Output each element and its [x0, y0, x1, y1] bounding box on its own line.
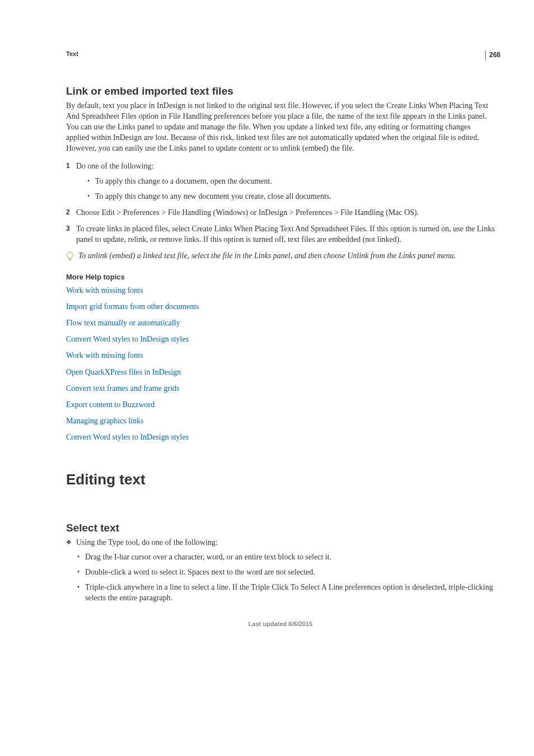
heading-select-text: Select text	[66, 522, 495, 534]
help-link[interactable]: Convert Word styles to InDesign styles	[66, 432, 495, 442]
page-number: 268	[485, 50, 500, 60]
breadcrumb: Text	[66, 50, 495, 57]
intro-paragraph: By default, text you place in InDesign i…	[66, 101, 495, 153]
list-item: Triple-click anywhere in a line to selec…	[66, 582, 495, 604]
help-link[interactable]: Work with missing fonts	[66, 286, 495, 296]
footer-updated: Last updated 6/6/2015	[66, 620, 495, 627]
step-3: 3 To create links in placed files, selec…	[66, 224, 495, 245]
step-2: 2 Choose Edit > Preferences > File Handl…	[66, 208, 495, 218]
tip-text: To unlink (embed) a linked text file, se…	[78, 251, 456, 260]
steps-list: 1 Do one of the following: To apply this…	[66, 161, 495, 245]
help-link[interactable]: Export content to Buzzword	[66, 400, 495, 410]
list-item: To apply this change to any new document…	[76, 192, 495, 202]
tip-note: To unlink (embed) a linked text file, se…	[66, 251, 495, 262]
help-link[interactable]: Flow text manually or automatically	[66, 318, 495, 328]
help-link[interactable]: Convert text frames and frame grids	[66, 384, 495, 394]
help-link[interactable]: Managing graphics links	[66, 416, 495, 426]
help-link[interactable]: Work with missing fonts	[66, 351, 495, 361]
heading-link-embed: Link or embed imported text files	[66, 85, 495, 97]
help-link[interactable]: Open QuarkXPress files in InDesign	[66, 367, 495, 377]
step-1: 1 Do one of the following: To apply this…	[66, 161, 495, 202]
more-help-heading: More Help topics	[66, 273, 495, 281]
step-text: Choose Edit > Preferences > File Handlin…	[76, 208, 419, 217]
step-number: 1	[66, 161, 70, 170]
lightbulb-icon	[66, 251, 74, 262]
list-item: Drag the I-bar cursor over a character, …	[66, 552, 495, 563]
step-number: 3	[66, 224, 70, 233]
help-link[interactable]: Import grid formats from other documents	[66, 302, 495, 312]
step-text: To create links in placed files, select …	[76, 225, 495, 244]
heading-editing-text: Editing text	[66, 471, 495, 488]
step-1-sublist: To apply this change to a document, open…	[76, 176, 495, 202]
select-text-bullets: Drag the I-bar cursor over a character, …	[66, 552, 495, 604]
lead-item: Using the Type tool, do one of the follo…	[66, 538, 495, 548]
step-number: 2	[66, 208, 70, 217]
list-item: Double-click a word to select it. Spaces…	[66, 567, 495, 578]
help-links: Work with missing fonts Import grid form…	[66, 286, 495, 443]
step-text: Do one of the following:	[76, 162, 153, 170]
help-link[interactable]: Convert Word styles to InDesign styles	[66, 334, 495, 344]
lead-text: Using the Type tool, do one of the follo…	[76, 538, 218, 547]
list-item: To apply this change to a document, open…	[76, 176, 495, 187]
